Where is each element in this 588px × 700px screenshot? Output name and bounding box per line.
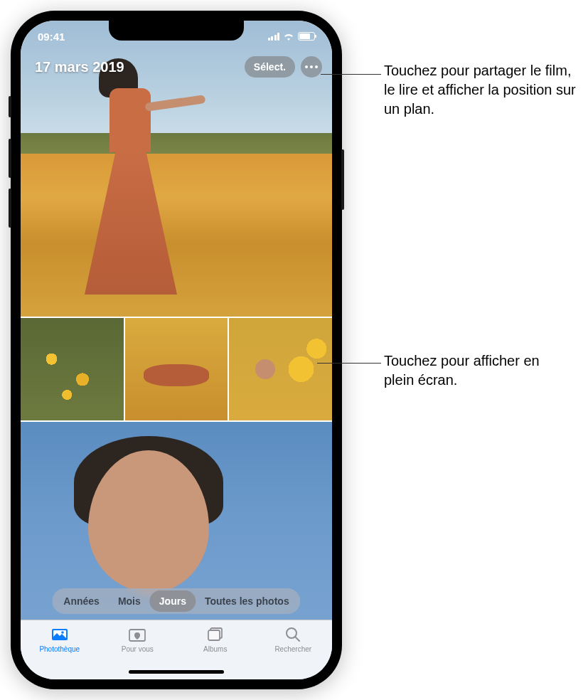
tab-label: Pour vous	[122, 645, 154, 653]
volume-up-button	[9, 139, 11, 178]
phone-frame: 09:41	[11, 11, 342, 689]
callout-leader-line	[317, 363, 381, 364]
home-indicator[interactable]	[129, 670, 224, 674]
library-icon	[50, 626, 70, 643]
date-title: 17 mars 2019	[35, 59, 124, 75]
photo-thumbnail[interactable]	[125, 318, 228, 420]
status-icons	[268, 32, 316, 41]
notch	[109, 21, 244, 41]
svg-line-7	[295, 637, 299, 641]
cellular-icon	[268, 33, 280, 41]
callout-leader-line	[321, 74, 381, 75]
side-button	[341, 149, 344, 210]
svg-rect-5	[208, 630, 220, 640]
silent-switch	[9, 96, 11, 117]
battery-icon	[298, 32, 315, 41]
svg-point-2	[61, 631, 64, 634]
segment-years[interactable]: Années	[54, 590, 109, 612]
tab-label: Rechercher	[274, 645, 311, 653]
screen: 09:41	[21, 21, 332, 679]
tab-library[interactable]: Photothèque	[21, 620, 99, 679]
wifi-icon	[283, 32, 294, 41]
albums-icon	[205, 626, 225, 643]
tab-label: Albums	[203, 645, 227, 653]
segment-all[interactable]: Toutes les photos	[196, 590, 299, 612]
foryou-icon	[127, 626, 147, 643]
segment-days[interactable]: Jours	[150, 590, 196, 612]
library-header: 17 mars 2019 Sélect.	[35, 56, 322, 78]
callout-more-menu: Touchez pour partager le film, le lire e…	[384, 61, 576, 119]
callout-fullscreen: Touchez pour afficher en plein écran.	[384, 351, 562, 390]
photo-thumbnail[interactable]	[229, 318, 332, 420]
tab-search[interactable]: Rechercher	[255, 620, 333, 679]
view-segmented-control[interactable]: Années Mois Jours Toutes les photos	[52, 588, 300, 614]
ellipsis-icon	[305, 65, 318, 68]
search-icon	[283, 626, 303, 643]
volume-down-button	[9, 189, 11, 228]
segment-months[interactable]: Mois	[109, 590, 150, 612]
tab-label: Photothèque	[39, 645, 80, 653]
more-button[interactable]	[301, 56, 322, 78]
photo-library-content	[21, 21, 332, 679]
photo-thumbnail[interactable]	[21, 318, 124, 420]
status-time: 09:41	[38, 31, 65, 43]
thumbnail-row	[21, 318, 332, 420]
select-button[interactable]: Sélect.	[245, 56, 295, 78]
